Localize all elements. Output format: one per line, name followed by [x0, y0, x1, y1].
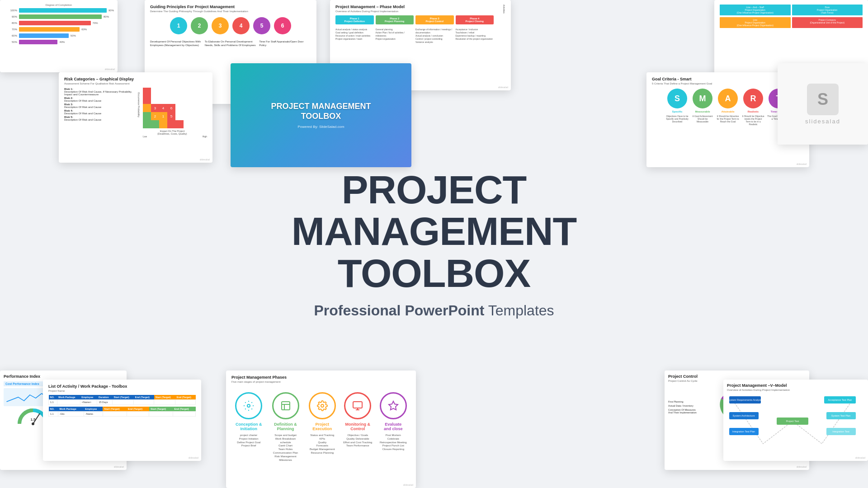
bar-row: 100% 90% [4, 8, 114, 13]
title-line2: TOOLBOX [338, 251, 531, 296]
vmodel-subtitle: Overview of Activities During Project Im… [727, 389, 864, 391]
main-subtitle: Professional PowerPoint Templates [217, 302, 651, 319]
svg-rect-2 [143, 112, 151, 120]
smart-r: R [743, 89, 763, 108]
svg-rect-5 [143, 104, 151, 112]
slide-vmodel: Project Management –V–Model Overview of … [723, 380, 868, 461]
phase-4: Phase 4Project Closing [456, 15, 494, 24]
activity-table: NO. Work Package Employee Duration Start… [48, 395, 196, 405]
risk-title: Risk Categories – Graphical Display [64, 77, 207, 81]
smart-a: A [718, 89, 738, 108]
smart-s: S [667, 89, 687, 108]
activity-table-2: NO. Work Package Employee Start (Target)… [48, 407, 196, 417]
watermark: slidesalad [498, 86, 508, 89]
svg-rect-0 [143, 120, 151, 128]
bar-row: 90% 80% [4, 14, 114, 19]
table-row: 1.1 <Name> 15 Days [49, 400, 196, 405]
phase-1: Phase 1Project Definition [335, 15, 374, 24]
svg-text:1: 1 [162, 114, 165, 118]
watermark: slidesalad [797, 465, 807, 468]
slide-barchart: Degree of Completion 100% 90% 90% 80% 80… [0, 0, 118, 72]
slide-phases: Project Management Phases Five main stag… [226, 371, 416, 488]
org-box-4: Project Company(Organizational Unit of t… [792, 17, 863, 28]
activity-subtitle: Project Name [48, 389, 196, 392]
subtitle-regular: Templates [484, 302, 554, 319]
slide-guiding-subtitle: Determine The Guiding Philosophy Through… [150, 10, 311, 13]
svg-rect-28 [282, 402, 290, 410]
center-slide-powered: Powered By: SlideSalad.com [297, 125, 344, 129]
bar-chart-container: 100% 90% 90% 80% 80% 70% 70% 60% 60% [4, 8, 114, 44]
subtitle-bold: Professional PowerPoint [314, 302, 484, 319]
slide-guiding-title: Guiding Principles For Project Managemen… [150, 5, 311, 9]
svg-rect-1 [151, 120, 159, 128]
principles-desc: Development Of Personal Objectives With … [150, 40, 311, 47]
smart-m: M [693, 89, 712, 108]
principle-1: 1 [170, 17, 187, 34]
ss-icon: S [807, 84, 839, 115]
org-box-3: LineProject Organization(One Influence P… [720, 17, 791, 28]
phases-title: Project Management Phases [231, 375, 410, 380]
watermark: slidesalad [855, 456, 865, 459]
phase-conception [235, 392, 262, 419]
bar-row: 60% 50% [4, 33, 114, 38]
svg-text:Integration Test: Integration Test [832, 430, 849, 433]
phase-definition [272, 392, 299, 419]
watermark: slidesalad [797, 163, 807, 165]
axis-label: Degree of Completion [4, 4, 114, 6]
svg-point-27 [247, 404, 250, 407]
svg-text:System Test Plan: System Test Plan [831, 414, 850, 417]
slide-logo: S slidesalad [778, 63, 868, 145]
main-content: PROJECT MANAGEMENT TOOLBOX Professional … [217, 169, 651, 319]
slidesalad-logo: S slidesalad [778, 63, 868, 145]
slide-risk-categories: Risk Categories – Graphical Display Asse… [59, 72, 212, 163]
phase-evaluate [380, 392, 407, 419]
bar-row: 70% 60% [4, 27, 114, 32]
vmodel-title: Project Management –V–Model [727, 383, 864, 388]
risk-matrix-svg: 3 4 1 5 6 2 [143, 88, 184, 128]
table-row: 1.1 -Glo- -Name- [49, 412, 196, 417]
svg-text:5: 5 [170, 114, 173, 118]
slide-activity: List Of Activity / Work Package - Toolbo… [43, 380, 201, 461]
principle-5: 5 [253, 17, 270, 34]
principle-3: 3 [212, 17, 229, 34]
principles-circles: 1 2 3 4 5 6 [150, 17, 311, 34]
svg-text:3: 3 [154, 106, 156, 110]
principle-6: 6 [274, 17, 291, 34]
svg-rect-13 [143, 96, 151, 104]
phases-circles: Conception &Initiation project charterPr… [231, 392, 410, 462]
watermark: slidesalad [189, 456, 198, 459]
slide-center-main: PROJECT MANAGEMENTTOOLBOX Powered By: Sl… [231, 63, 411, 167]
center-slide-title: PROJECT MANAGEMENTTOOLBOX [271, 102, 371, 121]
watermark: slidesalad [114, 465, 124, 468]
svg-rect-30 [353, 402, 362, 408]
svg-text:2: 2 [154, 114, 156, 118]
center-slide-bg: PROJECT MANAGEMENTTOOLBOX Powered By: Sl… [231, 63, 411, 167]
phase-model-title: Project Management – Phase Model [335, 5, 494, 9]
svg-point-29 [321, 404, 324, 407]
svg-rect-14 [143, 88, 151, 96]
principle-2: 2 [191, 17, 208, 34]
phase-3: Phase 3Project Control [415, 15, 454, 24]
svg-text:System Architecture: System Architecture [733, 414, 755, 417]
title-line1: PROJECT MANAGEMENT [292, 167, 576, 253]
svg-text:1.5: 1.5 [30, 418, 36, 422]
phase-2: Phase 2Project Planning [376, 15, 414, 24]
phase-model-subtitle: Overview of Activities During Project Im… [335, 10, 494, 13]
activity-title: List Of Activity / Work Package - Toolbo… [48, 384, 196, 389]
svg-rect-11 [167, 120, 175, 128]
phase-execution [309, 392, 336, 419]
svg-point-22 [32, 422, 34, 425]
risk-subtitle: Assessment Scheme For Qualitative Risk A… [64, 82, 207, 85]
phase-boxes: Phase 1Project Definition Phase 2Project… [335, 15, 494, 24]
svg-text:Integration Test Plan: Integration Test Plan [732, 430, 755, 433]
watermark: slidesalad [403, 483, 413, 486]
main-title: PROJECT MANAGEMENT TOOLBOX [217, 169, 651, 294]
watermark: slidesalad [200, 158, 210, 161]
bar-row: 80% 70% [4, 21, 114, 25]
svg-rect-4 [159, 120, 167, 128]
ss-brand: slidesalad [805, 118, 840, 125]
watermark: slidesalad [105, 68, 115, 70]
svg-text:Acceptance Test Plan: Acceptance Test Plan [828, 399, 852, 401]
svg-text:4: 4 [162, 106, 165, 110]
phase-monitoring [344, 392, 371, 419]
